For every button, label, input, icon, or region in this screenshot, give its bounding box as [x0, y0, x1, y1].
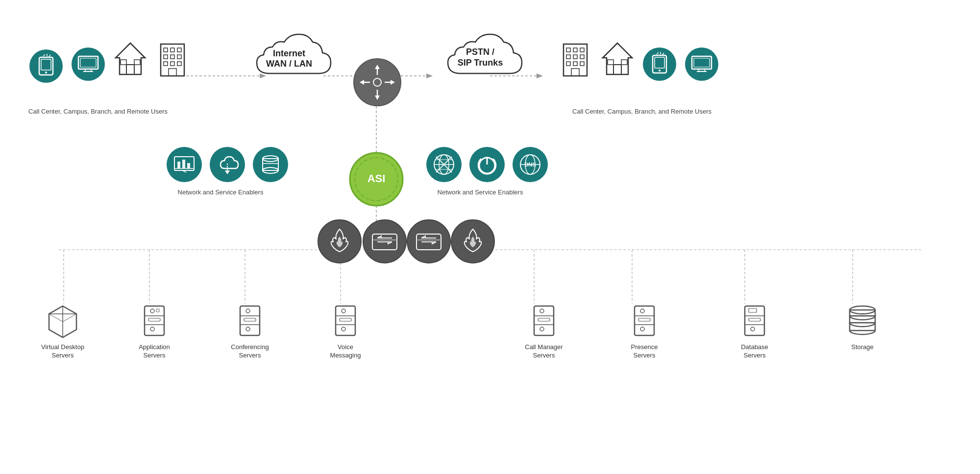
svg-rect-44 [164, 55, 168, 59]
power-icon [469, 147, 505, 184]
svg-point-87 [685, 47, 718, 81]
conferencing-servers: ConferencingServers [220, 301, 279, 360]
svg-rect-71 [580, 55, 584, 59]
svg-text:SIP Trunks: SIP Trunks [458, 58, 503, 68]
svg-point-148 [150, 327, 154, 331]
svg-text:ASI: ASI [368, 172, 386, 185]
virtual-desktop-label: Virtual DesktopServers [41, 343, 84, 360]
svg-rect-178 [749, 318, 760, 321]
center-router [353, 58, 402, 107]
monitor-icon-right [685, 47, 718, 83]
internet-cloud: Internet WAN / LAN [235, 29, 343, 88]
cloud-icon [210, 147, 245, 184]
svg-text:DNS: DNS [524, 162, 536, 167]
database-icon-left [253, 147, 288, 184]
left-switch [363, 219, 407, 263]
left-fire-server [318, 219, 362, 263]
database-servers: DatabaseServers [725, 301, 784, 360]
svg-rect-154 [244, 318, 256, 321]
svg-line-142 [49, 314, 63, 322]
svg-rect-41 [164, 48, 168, 52]
svg-point-159 [342, 309, 345, 313]
svg-rect-68 [580, 48, 584, 52]
svg-rect-174 [745, 306, 764, 335]
voice-messaging: VoiceMessaging [316, 301, 375, 360]
svg-text:Internet: Internet [273, 48, 305, 58]
svg-rect-46 [177, 55, 181, 59]
svg-rect-75 [571, 69, 579, 76]
building-icon-left [156, 39, 189, 83]
pstn-cloud: PSTN / SIP Trunks [426, 29, 534, 88]
svg-point-80 [643, 47, 676, 81]
svg-rect-160 [340, 318, 351, 321]
svg-marker-7 [537, 73, 543, 78]
svg-rect-37 [126, 65, 134, 74]
svg-rect-40 [161, 44, 184, 76]
svg-point-31 [72, 47, 105, 81]
svg-rect-72 [566, 62, 570, 66]
virtual-desktop-servers: Virtual DesktopServers [33, 301, 92, 360]
svg-point-179 [751, 327, 755, 331]
svg-rect-67 [573, 48, 577, 52]
svg-line-141 [63, 314, 76, 322]
voice-messaging-label: VoiceMessaging [330, 343, 361, 360]
analytics-icon [167, 147, 202, 184]
svg-rect-147 [148, 318, 160, 321]
svg-rect-70 [573, 55, 577, 59]
svg-marker-76 [603, 43, 632, 74]
monitor-icon-left [72, 47, 105, 83]
svg-rect-65 [564, 44, 587, 76]
presence-servers-label: PresenceServers [631, 343, 658, 360]
presence-servers: PresenceServers [615, 301, 674, 360]
svg-rect-79 [621, 60, 627, 65]
svg-rect-96 [182, 160, 185, 168]
call-manager-label: Call ManagerServers [525, 343, 563, 360]
main-diagram: Call Center, Campus, Branch, and Remote … [0, 0, 980, 474]
svg-rect-42 [171, 48, 174, 52]
svg-text:WAN / LAN: WAN / LAN [266, 59, 312, 69]
svg-rect-39 [134, 60, 140, 65]
svg-point-155 [246, 327, 250, 331]
conferencing-servers-label: ConferencingServers [231, 343, 269, 360]
globe-icon [426, 147, 462, 184]
svg-text:PSTN /: PSTN / [466, 47, 494, 57]
svg-point-153 [246, 309, 250, 313]
left-users-label: Call Center, Campus, Branch, and Remote … [15, 108, 181, 115]
building-icon-right [559, 39, 592, 83]
svg-point-171 [640, 309, 644, 313]
left-user-icons [29, 39, 189, 83]
svg-rect-172 [638, 318, 650, 321]
svg-rect-50 [169, 69, 176, 76]
application-servers: ApplicationServers [125, 301, 184, 360]
right-enablers: DNS [426, 147, 548, 184]
svg-point-167 [540, 327, 544, 331]
left-enablers-label: Network and Service Enablers [162, 189, 279, 196]
svg-rect-149 [156, 309, 159, 312]
svg-rect-95 [177, 162, 180, 168]
svg-rect-43 [177, 48, 181, 52]
svg-point-165 [540, 309, 544, 313]
svg-rect-69 [566, 55, 570, 59]
svg-point-27 [45, 71, 47, 73]
right-fire-server [451, 219, 495, 263]
tablet-icon-right [643, 47, 676, 83]
svg-point-83 [659, 70, 661, 71]
right-user-icons [559, 39, 718, 83]
svg-rect-77 [613, 65, 621, 74]
right-switch [407, 219, 451, 263]
svg-point-102 [253, 147, 288, 182]
storage-node: Storage [833, 301, 892, 352]
asi-node: ASI [349, 152, 404, 207]
svg-point-161 [342, 327, 345, 331]
svg-point-132 [407, 220, 450, 263]
left-enablers [167, 147, 288, 184]
svg-rect-177 [749, 308, 757, 312]
dns-icon: DNS [513, 147, 548, 184]
svg-rect-78 [608, 60, 613, 65]
storage-label: Storage [851, 343, 874, 352]
svg-rect-47 [164, 62, 168, 66]
svg-rect-48 [171, 62, 174, 66]
svg-point-24 [29, 49, 63, 83]
svg-rect-45 [171, 55, 174, 59]
right-users-label: Call Center, Campus, Branch, and Remote … [549, 108, 735, 115]
